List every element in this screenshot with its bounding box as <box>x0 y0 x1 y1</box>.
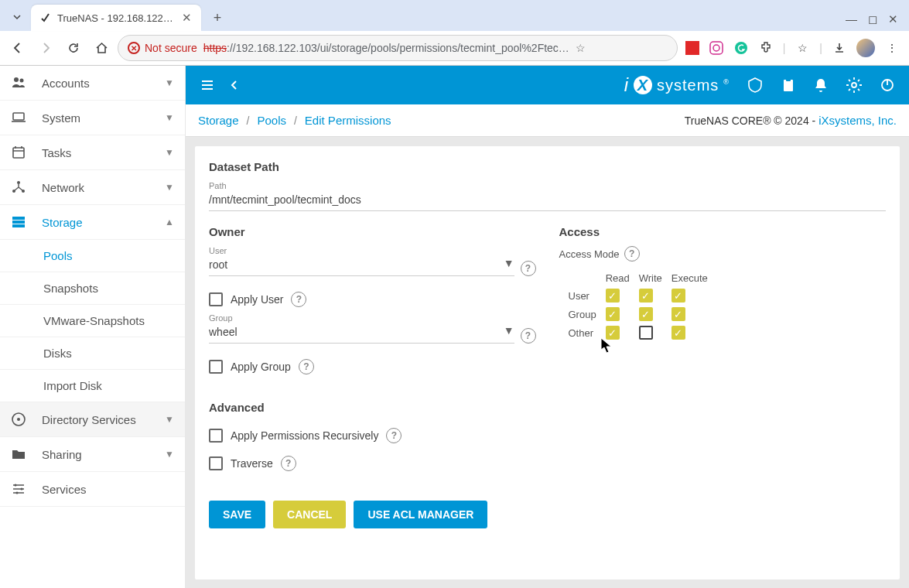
sidebar: Accounts ▼ System ▼ Tasks ▼ Network ▼ St… <box>0 66 186 588</box>
window-minimize-icon[interactable]: — <box>846 12 857 26</box>
window-maximize-icon[interactable]: ◻ <box>868 12 877 26</box>
perm-other-write[interactable] <box>639 326 653 340</box>
bookmark-icon[interactable]: ☆ <box>795 40 810 56</box>
copyright: TrueNAS CORE® © 2024 - iXsystems, Inc. <box>685 114 897 127</box>
help-icon[interactable]: ? <box>281 456 296 471</box>
window-close-icon[interactable]: ✕ <box>888 12 898 26</box>
dataset-path-field[interactable] <box>209 190 886 211</box>
flipboard-icon[interactable] <box>685 41 699 55</box>
help-icon[interactable]: ? <box>386 428 402 443</box>
recursive-checkbox[interactable] <box>209 429 223 443</box>
app: Accounts ▼ System ▼ Tasks ▼ Network ▼ St… <box>0 66 909 588</box>
bookmark-star-icon[interactable]: ☆ <box>576 42 586 54</box>
svg-point-16 <box>21 488 23 491</box>
perm-user-execute[interactable]: ✓ <box>671 289 685 303</box>
new-tab-button[interactable]: + <box>206 6 229 29</box>
power-icon[interactable] <box>880 77 895 93</box>
not-secure-badge[interactable]: ✕ Not secure <box>128 42 197 54</box>
back-arrow-icon[interactable] <box>229 80 240 91</box>
settings-gear-icon[interactable] <box>846 77 863 94</box>
breadcrumb-edit-permissions[interactable]: Edit Permissions <box>305 114 391 127</box>
apply-group-checkbox[interactable] <box>209 360 223 374</box>
sidebar-item-network[interactable]: Network ▼ <box>0 170 185 205</box>
perm-user-read[interactable]: ✓ <box>606 289 620 303</box>
traverse-checkbox[interactable] <box>209 456 223 470</box>
sidebar-subitem-snapshots[interactable]: Snapshots <box>0 272 185 305</box>
menu-icon[interactable]: ⋮ <box>884 40 900 56</box>
sidebar-item-system[interactable]: System ▼ <box>0 101 185 135</box>
home-button[interactable] <box>90 36 113 60</box>
col-read: Read <box>606 272 630 284</box>
grammarly-icon[interactable] <box>733 40 749 56</box>
perm-other-execute[interactable]: ✓ <box>671 326 685 340</box>
dropdown-arrow-icon: ▼ <box>504 324 514 337</box>
sidebar-item-services[interactable]: Services <box>0 472 185 507</box>
window-controls: — ◻ ✕ <box>846 12 903 26</box>
traverse-label: Traverse <box>231 457 273 470</box>
svg-rect-6 <box>13 148 24 158</box>
acl-manager-button[interactable]: USE ACL MANAGER <box>354 501 487 528</box>
svg-point-2 <box>735 42 747 54</box>
content: iXsystems® Storage / Pools / Edit Permis… <box>186 66 909 588</box>
group-select[interactable] <box>209 323 514 344</box>
perm-group-write[interactable]: ✓ <box>639 307 653 321</box>
help-icon[interactable]: ? <box>299 359 314 374</box>
perm-group-read[interactable]: ✓ <box>606 307 620 321</box>
svg-point-15 <box>15 484 17 487</box>
sidebar-item-storage[interactable]: Storage ▲ <box>0 205 185 240</box>
perm-user-write[interactable]: ✓ <box>639 289 653 303</box>
breadcrumb-storage[interactable]: Storage <box>198 114 239 127</box>
back-button[interactable] <box>6 36 29 60</box>
downloads-icon[interactable] <box>832 40 847 56</box>
help-icon[interactable]: ? <box>521 328 536 344</box>
instagram-icon[interactable] <box>709 40 724 56</box>
profile-avatar[interactable] <box>856 39 875 57</box>
truecommand-icon[interactable] <box>747 77 764 94</box>
extensions-icon[interactable] <box>758 40 774 56</box>
tab-search-dropdown[interactable] <box>6 6 28 28</box>
laptop-icon <box>11 110 28 125</box>
user-select[interactable] <box>209 255 514 276</box>
dropdown-arrow-icon: ▼ <box>504 257 514 269</box>
recursive-label: Apply Permissions Recursively <box>231 429 378 442</box>
sidebar-item-sharing[interactable]: Sharing ▼ <box>0 437 185 472</box>
folder-share-icon <box>11 446 28 462</box>
tab-close-icon[interactable]: ✕ <box>180 11 193 25</box>
help-icon[interactable]: ? <box>624 246 640 262</box>
svg-point-14 <box>17 418 20 421</box>
perm-group-execute[interactable]: ✓ <box>671 307 685 321</box>
ixsystems-link[interactable]: iXsystems, Inc. <box>818 114 897 127</box>
ixsystems-logo[interactable]: iXsystems® <box>624 74 730 96</box>
sidebar-item-label: Accounts <box>42 77 90 90</box>
sidebar-subitem-disks[interactable]: Disks <box>0 337 185 370</box>
sidebar-item-accounts[interactable]: Accounts ▼ <box>0 66 185 101</box>
clipboard-icon[interactable] <box>781 77 796 93</box>
save-button[interactable]: SAVE <box>209 501 265 528</box>
svg-rect-0 <box>710 42 723 54</box>
sidebar-subitem-import[interactable]: Import Disk <box>0 370 185 402</box>
sidebar-item-directory[interactable]: Directory Services ▼ <box>0 402 185 437</box>
group-label: Group <box>209 313 514 323</box>
not-secure-label: Not secure <box>145 42 197 54</box>
menu-toggle-icon[interactable] <box>200 77 215 93</box>
sidebar-subitem-vmware[interactable]: VMware-Snapshots <box>0 305 185 337</box>
url-bar[interactable]: ✕ Not secure https://192.168.122.103/ui/… <box>118 35 678 61</box>
sidebar-item-label: Network <box>42 181 84 194</box>
browser-tab[interactable]: TrueNAS - 192.168.122… ✕ <box>31 5 201 31</box>
forward-button[interactable] <box>34 36 57 60</box>
chevron-down-icon: ▼ <box>165 77 174 88</box>
reload-button[interactable] <box>62 36 85 60</box>
advanced-title: Advanced <box>209 401 886 414</box>
sidebar-item-tasks[interactable]: Tasks ▼ <box>0 135 185 170</box>
breadcrumb: Storage / Pools / Edit Permissions TrueN… <box>186 104 909 137</box>
alerts-bell-icon[interactable] <box>813 77 829 93</box>
path-label: Path <box>209 181 886 190</box>
cancel-button[interactable]: CANCEL <box>273 501 346 528</box>
svg-point-7 <box>17 181 20 184</box>
help-icon[interactable]: ? <box>521 261 536 276</box>
breadcrumb-pools[interactable]: Pools <box>257 114 286 127</box>
url-text: https://192.168.122.103/ui/storage/pools… <box>203 42 569 54</box>
sidebar-subitem-pools[interactable]: Pools <box>0 240 185 272</box>
apply-user-checkbox[interactable] <box>209 292 223 306</box>
help-icon[interactable]: ? <box>291 292 306 307</box>
